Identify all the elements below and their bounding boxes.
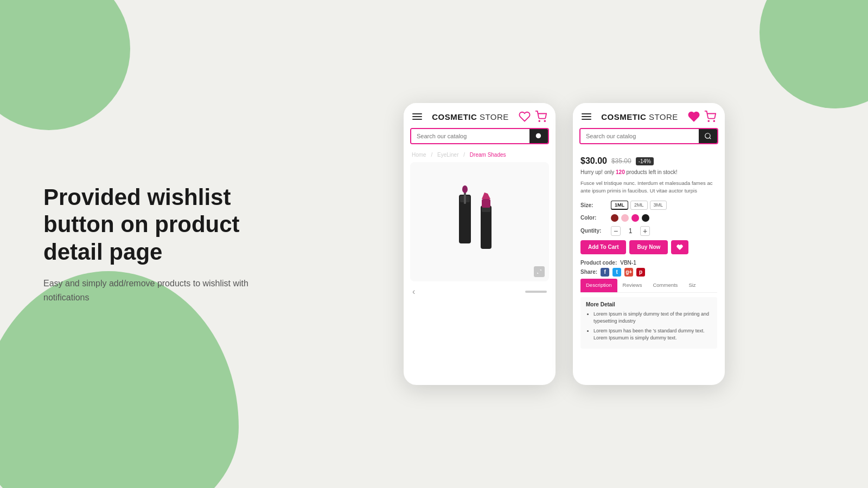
phone1-header-icons [519,111,547,123]
tab-reviews[interactable]: Reviews [617,279,648,292]
expand-icon [537,269,542,274]
product-detail-section: $30.00 $35.00 -14% Hurry up! only 120 pr… [573,150,725,385]
size-btn-1ml[interactable]: 1ML [611,201,628,210]
more-detail-title: More Detail [586,301,712,307]
svg-line-3 [540,138,542,139]
more-detail-item-1: Lorem Ipsum is simply dummy text of the … [593,311,712,325]
svg-point-13 [713,120,714,121]
price-row: $30.00 $35.00 -14% [580,156,717,166]
size-options: 1ML 2ML 3ML [611,201,667,210]
phones-container: COSMETIC STORE [304,103,825,385]
quantity-control: − 1 + [611,226,650,236]
svg-point-0 [539,120,540,121]
svg-point-1 [544,120,545,121]
wishlist-button[interactable] [671,240,688,254]
phone1-bottom-nav: ‹ [404,281,556,301]
more-detail-section: More Detail Lorem Ipsum is simply dummy … [580,297,717,349]
discount-badge: -14% [636,157,654,165]
svg-point-14 [705,133,710,138]
size-row: Size: 1ML 2ML 3ML [580,201,717,210]
page-description: Easy and simply add/remove products to w… [43,277,282,304]
lipstick-product-svg [452,178,507,265]
svg-marker-11 [482,192,490,199]
phone1-product-image-area [410,162,549,281]
product-image [410,162,549,281]
back-arrow-icon[interactable]: ‹ [412,287,415,297]
phone-mockup-1: COSMETIC STORE [404,103,556,385]
twitter-share-icon[interactable]: t [612,268,621,277]
qty-value: 1 [625,227,636,235]
search-icon [535,132,542,140]
phone2-search-icon [704,132,712,140]
price-original: $35.00 [611,157,631,165]
left-text-section: Provided wishlist button on product deta… [43,184,304,304]
svg-point-2 [536,133,541,138]
breadcrumb-sep-1: / [431,152,434,158]
breadcrumb-home[interactable]: Home [412,152,426,158]
qty-increase-button[interactable]: + [640,226,650,236]
product-tabs: Description Reviews Comments Siz [580,279,717,293]
share-label: Share: [580,269,597,275]
color-black[interactable] [642,214,649,222]
add-to-cart-button[interactable]: Add To Cart [580,240,626,254]
action-buttons: Add To Cart Buy Now [580,240,717,254]
svg-line-15 [710,138,711,139]
color-dark-red[interactable] [611,214,618,222]
pinterest-share-icon[interactable]: p [636,268,645,277]
phone1-breadcrumb: Home / EyeLiner / Dream Shades [404,150,556,162]
phone2-heart-icon[interactable] [688,111,700,123]
phone2-search-bar [579,128,718,144]
main-layout: Provided wishlist button on product deta… [0,0,868,488]
breadcrumb-sep-2: / [463,152,467,158]
social-icons: f t g+ p [601,268,645,277]
phone2-search-button[interactable] [699,129,717,143]
phone2-logo: COSMETIC STORE [601,112,678,121]
cart-icon[interactable] [535,111,547,123]
phone2-hamburger-menu-icon[interactable] [582,113,591,120]
tab-size[interactable]: Siz [683,279,701,292]
phone2-cart-icon[interactable] [704,111,716,123]
share-row: Share: f t g+ p [580,268,717,277]
color-row: Color: [580,214,717,222]
google-plus-share-icon[interactable]: g+ [624,268,633,277]
color-pink[interactable] [631,214,639,222]
qty-label: Quntity: [580,228,607,234]
hamburger-menu-icon[interactable] [412,113,422,120]
more-detail-item-2: Lorem Ipsum has been the 's standard dum… [593,328,712,342]
phone-mockup-2: COSMETIC STORE [573,103,725,385]
breadcrumb-active: Dream Shades [470,152,506,158]
tab-comments[interactable]: Comments [647,279,683,292]
phone1-search-button[interactable] [529,129,548,143]
phone2-header-icons [688,111,716,123]
quantity-row: Quntity: − 1 + [580,226,717,236]
phone2-search-input[interactable] [580,129,699,143]
heart-icon[interactable] [519,111,531,123]
phone1-header: COSMETIC STORE [404,103,556,128]
product-code-label: Product code: [580,260,617,266]
stock-notice: Hurry up! only 120 products left in stoc… [580,169,717,175]
price-current: $30.00 [580,156,607,166]
page-heading: Provided wishlist button on product deta… [43,184,282,266]
stock-count: 120 [616,169,625,175]
size-btn-3ml[interactable]: 3ML [650,201,667,210]
phone1-search-bar [410,128,549,144]
size-label: Size: [580,202,607,208]
breadcrumb-eyeliner[interactable]: EyeLiner [437,152,458,158]
product-code-value: VBN-1 [620,260,636,266]
color-light-pink[interactable] [621,214,629,222]
phone2-header: COSMETIC STORE [573,103,725,128]
expand-button[interactable] [534,266,545,277]
buy-now-button[interactable]: Buy Now [629,240,668,254]
svg-point-7 [462,185,468,193]
tab-description[interactable]: Description [580,279,617,292]
qty-decrease-button[interactable]: − [611,226,621,236]
scroll-indicator [525,291,547,293]
wishlist-heart-icon [676,244,683,251]
phone1-search-input[interactable] [411,129,529,143]
facebook-share-icon[interactable]: f [601,268,609,277]
color-options [611,214,649,222]
color-label: Color: [580,215,607,221]
phone1-logo: COSMETIC STORE [432,112,509,121]
product-code-row: Product code: VBN-1 [580,260,717,266]
size-btn-2ml[interactable]: 2ML [630,201,648,210]
